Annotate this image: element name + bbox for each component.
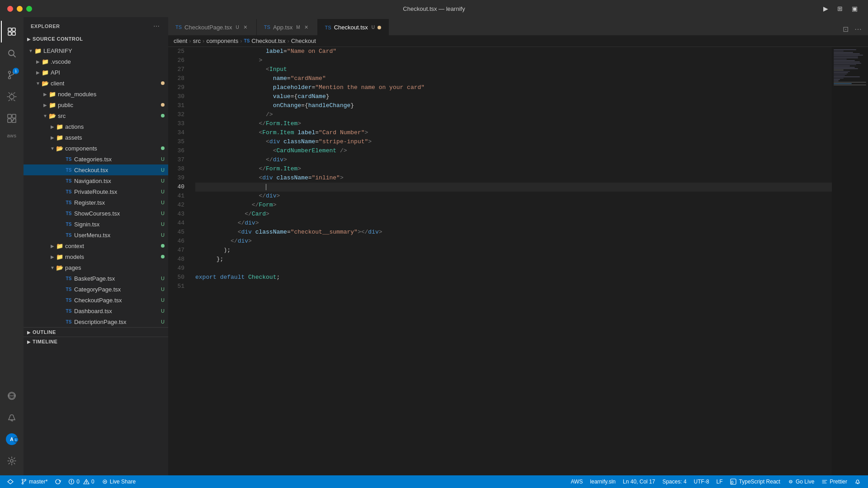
status-live-share[interactable]: Live Share: [98, 475, 139, 488]
breadcrumb-filename[interactable]: Checkout.tsx: [251, 38, 285, 44]
maximize-button[interactable]: [26, 6, 32, 12]
activity-account[interactable]: A 1: [1, 428, 23, 450]
status-language[interactable]: {} TypeScript React: [726, 475, 784, 488]
tree-show-courses[interactable]: ▶ TS ShowCourses.tsx U: [24, 208, 168, 219]
tree-categories[interactable]: ▶ TS Categories.tsx U: [24, 154, 168, 164]
tree-navigation[interactable]: ▶ TS Navigation.tsx U: [24, 175, 168, 186]
code-line-31: onChange={handleChange}: [195, 101, 832, 110]
categories-badge: U: [161, 156, 165, 162]
tree-node-modules[interactable]: ▶ 📁 node_modules: [24, 89, 168, 99]
usermenu-file-icon: TS: [65, 231, 72, 239]
status-notifications-bell[interactable]: [851, 475, 864, 488]
outline-header[interactable]: ▶ OUTLINE: [24, 328, 168, 337]
ln-36: 36: [168, 146, 184, 155]
breadcrumb-components[interactable]: components: [206, 38, 238, 44]
tree-context[interactable]: ▶ 📁 context: [24, 240, 168, 251]
close-button[interactable]: [7, 6, 13, 12]
tree-private-route[interactable]: ▶ TS PrivateRoute.tsx U: [24, 186, 168, 197]
tabs-bar: TS CheckoutPage.tsx U × TS App.tsx M × T…: [168, 17, 868, 35]
tree-public[interactable]: ▶ 📁 public: [24, 99, 168, 110]
tree-vscode[interactable]: ▶ 📁 .vscode: [24, 56, 168, 67]
code-editor[interactable]: 25 26 27 28 29 30 31 32 33 34 35 36 37 3…: [168, 47, 868, 475]
tree-checkout-page[interactable]: ▶ TS CheckoutPage.tsx U: [24, 295, 168, 305]
tab-checkout[interactable]: TS Checkout.tsx U: [318, 19, 389, 35]
tree-components[interactable]: ▼ 📂 components: [24, 143, 168, 154]
tree-src[interactable]: ▼ 📂 src: [24, 110, 168, 121]
run-button[interactable]: ▶: [819, 4, 832, 14]
tree-api[interactable]: ▶ 📁 API: [24, 67, 168, 78]
breadcrumb-sep2: ›: [203, 38, 204, 44]
status-sync[interactable]: [51, 475, 65, 488]
tree-assets[interactable]: ▶ 📁 assets: [24, 132, 168, 143]
tree-learnify[interactable]: ▼ 📁 LEARNIFY: [24, 45, 168, 56]
timeline-header[interactable]: ▶ TIMELINE: [24, 337, 168, 346]
tree-pages[interactable]: ▼ 📂 pages: [24, 262, 168, 273]
layout-button[interactable]: ▣: [848, 4, 861, 14]
code-line-37: </div>: [195, 155, 832, 164]
activity-settings[interactable]: [1, 450, 23, 472]
tree-checkout[interactable]: ▶ TS Checkout.tsx U: [24, 164, 168, 175]
breadcrumb-sep3: ›: [240, 38, 242, 44]
split-editor-button[interactable]: ⊞: [834, 4, 846, 14]
privateroute-badge: U: [161, 189, 165, 194]
status-aws[interactable]: AWS: [567, 475, 586, 488]
status-remote[interactable]: [4, 475, 17, 488]
tree-usermenu[interactable]: ▶ TS UserMenu.tsx U: [24, 230, 168, 240]
privateroute-label: PrivateRoute.tsx: [74, 188, 117, 195]
tree-models[interactable]: ▶ 📁 models: [24, 251, 168, 262]
categorypage-label: CategoryPage.tsx: [74, 286, 121, 293]
tree-actions[interactable]: ▶ 📁 actions: [24, 121, 168, 132]
tree-register[interactable]: ▶ TS Register.tsx U: [24, 197, 168, 208]
status-branch[interactable]: master*: [17, 475, 51, 488]
minimize-button[interactable]: [17, 6, 23, 12]
more-actions-btn[interactable]: ⋯: [852, 23, 864, 35]
tree-signin[interactable]: ▶ TS Signin.tsx U: [24, 219, 168, 230]
breadcrumb-client[interactable]: client: [174, 38, 187, 44]
tab-app[interactable]: TS App.tsx M ×: [257, 19, 318, 35]
activity-debug[interactable]: [1, 86, 23, 108]
status-line-ending[interactable]: LF: [713, 475, 726, 488]
tab-checkout-icon: TS: [325, 25, 331, 30]
tab-checkout-page-close[interactable]: ×: [242, 23, 249, 31]
status-line-col[interactable]: Ln 40, Col 17: [619, 475, 659, 488]
status-spaces-value: Spaces: 4: [662, 479, 686, 485]
activity-extensions[interactable]: [1, 108, 23, 129]
status-go-live[interactable]: Go Live: [784, 475, 818, 488]
usermenu-label: UserMenu.tsx: [74, 232, 110, 239]
line-numbers: 25 26 27 28 29 30 31 32 33 34 35 36 37 3…: [168, 47, 192, 475]
status-errors[interactable]: 0 0: [65, 475, 98, 488]
activity-search[interactable]: [1, 42, 23, 64]
tab-checkout-page[interactable]: TS CheckoutPage.tsx U ×: [168, 19, 257, 35]
split-editor-btn[interactable]: ⊡: [839, 23, 852, 35]
ln-28: 28: [168, 74, 184, 83]
window-title: Checkout.tsx — learnify: [403, 5, 465, 12]
status-language-value: TypeScript React: [739, 479, 780, 485]
navigation-label: Navigation.tsx: [74, 178, 111, 184]
code-content[interactable]: label="Name on Card" > <Input name="card…: [192, 47, 832, 475]
activity-remote[interactable]: [1, 385, 23, 407]
tab-app-close[interactable]: ×: [303, 23, 310, 31]
breadcrumb-src[interactable]: src: [193, 38, 201, 44]
breadcrumb-symbol[interactable]: Checkout: [291, 38, 316, 44]
breadcrumb-file[interactable]: TS Checkout.tsx: [244, 38, 286, 44]
activity-source-control[interactable]: 1: [1, 64, 23, 86]
status-prettier[interactable]: Prettier: [818, 475, 851, 488]
tree-basket-page[interactable]: ▶ TS BasketPage.tsx U: [24, 273, 168, 284]
status-spaces[interactable]: Spaces: 4: [659, 475, 690, 488]
tree-client[interactable]: ▼ 📂 client: [24, 78, 168, 89]
source-control-header[interactable]: ▶ SOURCE CONTROL: [24, 34, 168, 43]
api-label: API: [51, 69, 60, 76]
activity-notifications[interactable]: [1, 407, 23, 428]
tree-description-page[interactable]: ▶ TS DescriptionPage.tsx U: [24, 316, 168, 327]
tab-checkout-page-icon: TS: [175, 24, 182, 30]
tree-category-page[interactable]: ▶ TS CategoryPage.tsx U: [24, 284, 168, 295]
activity-explorer[interactable]: [1, 21, 23, 42]
code-line-40: [195, 183, 832, 192]
status-encoding[interactable]: UTF-8: [690, 475, 713, 488]
aws-label[interactable]: aws: [3, 131, 20, 140]
svg-rect-12: [12, 114, 16, 118]
tree-dashboard[interactable]: ▶ TS Dashboard.tsx U: [24, 305, 168, 316]
status-project[interactable]: learnify.sln: [586, 475, 619, 488]
new-file-button[interactable]: ⋯: [152, 22, 161, 31]
checkoutpage-file-icon: TS: [65, 296, 72, 304]
